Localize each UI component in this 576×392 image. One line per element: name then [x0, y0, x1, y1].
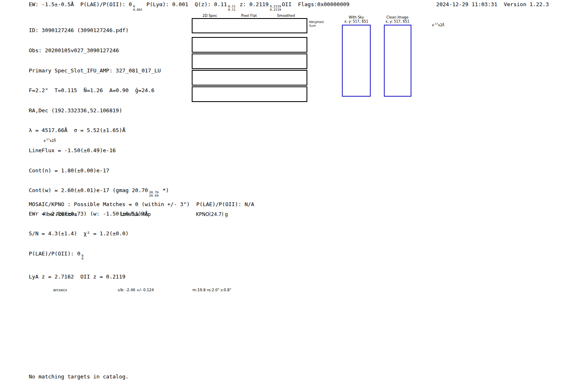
weighted-sum-label: WeightedSum: [309, 21, 324, 28]
full-spectrum-svg: [39, 139, 539, 189]
pixelflat-strip-image: [231, 38, 269, 52]
kpno-cutout-axes: [171, 210, 253, 294]
2dspec-strip-image: [193, 38, 231, 52]
header-qz-stack: 0.110.11: [228, 5, 236, 11]
smoothed-strip-image: [269, 71, 307, 85]
kpno-cutout-panel: KPNO(24.7) g m:19.8 re:2.0" s:0.8": [171, 210, 253, 298]
full-spectrum-plot: e-17x2Å: [39, 139, 539, 189]
mosaic-matches-line: MOSAIC/KPNO : Possible Matches = 0 (with…: [29, 201, 254, 208]
pixelflat-strip-image: [231, 87, 269, 101]
fiber-positions-panel: Fiber Positions arcsecs: [19, 210, 101, 298]
footer-notes: No matching targets in catalog. Row inte…: [29, 360, 129, 392]
2dspec-strip-image: [193, 71, 231, 85]
smoothed-strip-image: [269, 87, 307, 101]
header-plae: P(LAE)/P(OII): 0: [80, 1, 132, 7]
fiber-positions-axes: [19, 210, 101, 294]
cutout-row-weighted-sum: [192, 18, 307, 33]
cutout-row-fiber-4: [192, 86, 307, 102]
with-sky-coords: x, y: 517, 651: [340, 19, 373, 23]
zoom-flux-units-label: e-17x2Å: [432, 22, 444, 27]
clean-image-title: Clean Image: [380, 15, 415, 19]
cutout-row-fiber-1: [192, 37, 307, 53]
cutout-row-fiber-2: [192, 53, 307, 69]
header-qz: Q(z): 0.11: [195, 1, 227, 7]
col-header-smoothed: Smoothed: [273, 14, 299, 18]
smoothed-strip-image: [269, 38, 307, 52]
elixer-report-page: EW: -1.5±-0.5Å P(LAE)/P(OII): 000.001 P(…: [0, 0, 576, 392]
lineflux-map-xlabel: s/b: -2.46 +/- 0.124: [95, 288, 177, 292]
info-primary: Primary Spec_Slot_IFU_AMP: 327_081_017_L…: [29, 67, 169, 74]
info-id: ID: 3090127246 (3090127246.pdf): [29, 27, 169, 34]
header-z-stack: 0.21190.2119: [270, 5, 281, 11]
header-plae-stack: 00.001: [133, 5, 142, 11]
2dspec-strip-image: [193, 19, 231, 32]
fiber-positions-xlabel: arcsecs: [19, 288, 101, 292]
kpno-cutout-xlabel: m:19.8 re:2.0" s:0.8": [171, 288, 253, 292]
line-fit-zoom-plot: e-17x2Å: [424, 21, 539, 93]
with-sky-image: [342, 25, 371, 97]
pixelflat-strip-blank: [231, 19, 269, 32]
2dspec-strip-image: [193, 54, 231, 68]
header-datetime: 2024-12-29 11:03:31 Version 1.22.3: [436, 1, 549, 7]
footer-line-1: No matching targets in catalog.: [29, 373, 129, 380]
info-lambda: λ = 4517.66Å σ = 5.52(±1.65)Å: [29, 127, 169, 134]
pixelflat-strip-image: [231, 54, 269, 68]
pixelflat-strip-image: [231, 71, 269, 85]
clean-image-coords: x, y: 517, 651: [380, 19, 415, 23]
header-flags: Flags:0x00000009: [298, 1, 349, 7]
with-sky-title: With Sky: [340, 15, 373, 19]
info-seeing: F=2.2" T=0.115 N̄=1.26 A=0.90 ḡ=24.6: [29, 87, 169, 94]
smoothed-strip-image: [269, 54, 307, 68]
lineflux-map-axes: [95, 210, 177, 294]
header-z-line: OII: [282, 1, 291, 7]
lineflux-map-panel: Lineflux Map s/b: -2.46 +/- 0.124: [95, 210, 177, 298]
info-obs: Obs: 20200105v027_3090127246: [29, 47, 169, 54]
col-header-pixelflat: Pixel Flat: [236, 14, 262, 18]
cutout-row-fiber-3: [192, 70, 307, 86]
col-header-2dspec: 2D Spec: [197, 14, 223, 18]
2dspec-strip-image: [193, 87, 231, 101]
header-ew: EW: -1.5±-0.5Å: [29, 1, 74, 7]
line-fit-zoom-svg: [424, 21, 539, 93]
smoothed-strip-image: [269, 19, 307, 32]
header-z: z: 0.2119: [239, 1, 268, 7]
clean-image: [384, 25, 411, 97]
spectrum-flux-units-label: e-17x2Å: [44, 138, 56, 143]
header-plya: P(Lyα): 0.001: [146, 1, 188, 7]
info-radec: RA,Dec (192.332336,52.106819): [29, 107, 169, 114]
header-summary: EW: -1.5±-0.5Å P(LAE)/P(OII): 000.001 P(…: [29, 1, 349, 11]
